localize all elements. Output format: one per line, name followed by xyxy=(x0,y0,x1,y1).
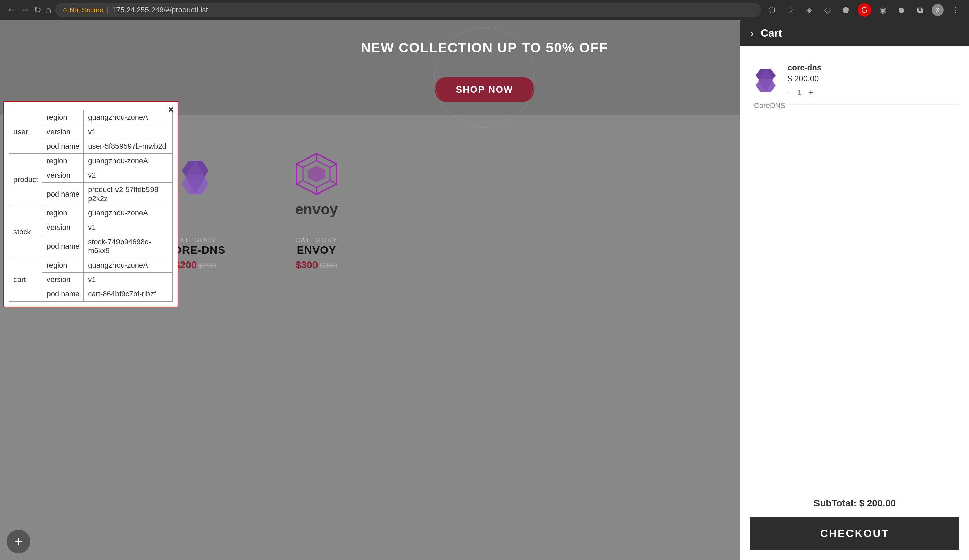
field-value: product-v2-57ffdb598-p2k2z xyxy=(84,183,173,206)
field-value: guangzhou-zoneA xyxy=(84,110,173,125)
field-label: version xyxy=(42,221,84,235)
cart-item-name: core-dns xyxy=(788,63,959,72)
dialog-close-button[interactable]: × xyxy=(168,104,174,115)
refresh-button[interactable]: ↻ xyxy=(34,5,42,15)
cast-icon[interactable]: ⬡ xyxy=(765,3,778,17)
product-orig-price-envoy: $300 xyxy=(320,261,337,270)
cart-sidebar: › Cart core-dns $ 200.00 xyxy=(740,20,969,560)
field-value: guangzhou-zoneA xyxy=(84,258,173,273)
section-label-user: user xyxy=(10,110,42,154)
field-label: pod name xyxy=(42,235,84,258)
table-row: stock region guangzhou-zoneA xyxy=(10,206,173,221)
extension1-icon[interactable]: ◈ xyxy=(802,3,816,17)
field-label: version xyxy=(42,168,84,183)
field-value: v1 xyxy=(84,221,173,235)
cart-footer: SubTotal: $ 200.00 CHECKOUT xyxy=(740,488,969,560)
coredns-label: CoreDNS xyxy=(751,101,959,110)
address-bar[interactable]: ⚠ Not Secure | 175.24.255.249/#/productL… xyxy=(55,3,761,17)
svg-line-17 xyxy=(296,164,303,167)
section-label-stock: stock xyxy=(10,206,42,258)
user-avatar[interactable]: X xyxy=(932,4,944,16)
section-label-product: product xyxy=(10,154,42,206)
increase-qty-button[interactable]: + xyxy=(808,87,814,98)
field-label: region xyxy=(42,154,84,168)
field-label: version xyxy=(42,125,84,139)
extension4-icon[interactable]: G xyxy=(857,3,871,17)
field-value: v2 xyxy=(84,168,173,183)
bookmark-icon[interactable]: ☆ xyxy=(784,3,797,17)
field-label: region xyxy=(42,110,84,125)
field-value: stock-749b94698c-m6kx9 xyxy=(84,235,173,258)
cart-item-price: $ 200.00 xyxy=(788,74,959,83)
field-value: v1 xyxy=(84,125,173,139)
section-label-cart: cart xyxy=(10,258,42,302)
product-category-envoy: CATEGORY xyxy=(295,236,338,244)
back-button[interactable]: ← xyxy=(7,5,16,15)
add-fab-button[interactable]: + xyxy=(7,530,30,553)
field-label: pod name xyxy=(42,287,84,302)
table-row: product region guangzhou-zoneA xyxy=(10,154,173,168)
cart-item-quantity-controls: - 1 + xyxy=(788,87,959,98)
cart-items: core-dns $ 200.00 - 1 + CoreDNS xyxy=(740,46,969,488)
field-value: user-5f859597b-mwb2d xyxy=(84,139,173,154)
svg-line-20 xyxy=(296,181,303,184)
cart-title: Cart xyxy=(761,27,782,39)
product-logo-envoy: envoy xyxy=(269,135,364,229)
url-display: 175.24.255.249/#/productList xyxy=(112,6,208,15)
puzzle-icon[interactable]: ⧉ xyxy=(913,3,927,17)
svg-line-19 xyxy=(330,181,337,184)
checkout-button[interactable]: CHECKOUT xyxy=(751,517,959,550)
field-label: pod name xyxy=(42,183,84,206)
svg-line-18 xyxy=(330,164,337,167)
table-row: cart region guangzhou-zoneA xyxy=(10,258,173,273)
product-name-envoy: ENVOY xyxy=(295,244,338,256)
record-icon[interactable]: ⏺ xyxy=(894,3,908,17)
product-orig-price-coredns: $200 xyxy=(198,261,216,270)
field-value: guangzhou-zoneA xyxy=(84,154,173,168)
field-value: guangzhou-zoneA xyxy=(84,206,173,221)
forward-button[interactable]: → xyxy=(20,5,30,15)
field-label: pod name xyxy=(42,139,84,154)
cart-item-image xyxy=(751,65,781,96)
field-value: cart-864bf9c7bf-rjbzf xyxy=(84,287,173,302)
info-table: user region guangzhou-zoneA version v1 p… xyxy=(9,110,173,302)
home-button[interactable]: ⌂ xyxy=(45,5,51,15)
field-label: region xyxy=(42,206,84,221)
extension5-icon[interactable]: ◉ xyxy=(876,3,889,17)
not-secure-label: Not Secure xyxy=(70,7,103,14)
table-row: user region guangzhou-zoneA xyxy=(10,110,173,125)
decrease-qty-button[interactable]: - xyxy=(788,87,791,98)
page-area: NEW COLLECTION UP TO 50% OFF SHOP NOW xyxy=(0,20,969,560)
cart-header: › Cart xyxy=(740,20,969,46)
cart-item-qty-value: 1 xyxy=(797,88,801,96)
field-label: region xyxy=(42,258,84,273)
product-info-envoy: CATEGORY ENVOY $300 $300 xyxy=(295,236,338,271)
field-label: version xyxy=(42,273,84,287)
cart-collapse-button[interactable]: › xyxy=(751,28,754,39)
cart-item-coredns: core-dns $ 200.00 - 1 + xyxy=(751,56,959,105)
product-card-envoy: envoy CATEGORY ENVOY $300 $300 xyxy=(269,135,364,271)
menu-icon[interactable]: ⋮ xyxy=(949,3,962,17)
cart-item-details: core-dns $ 200.00 - 1 + xyxy=(788,63,959,98)
browser-toolbar: ⬡ ☆ ◈ ◇ ⬟ G ◉ ⏺ ⧉ X ⋮ xyxy=(765,3,962,17)
not-secure-indicator: ⚠ Not Secure xyxy=(62,6,103,14)
coredns-product-label: CoreDNS xyxy=(754,101,786,110)
svg-text:envoy: envoy xyxy=(295,201,338,218)
product-price-envoy: $300 xyxy=(296,259,318,270)
subtotal-display: SubTotal: $ 200.00 xyxy=(751,498,959,509)
browser-chrome: ← → ↻ ⌂ ⚠ Not Secure | 175.24.255.249/#/… xyxy=(0,0,969,20)
info-dialog: × user region guangzhou-zoneA version v1… xyxy=(3,101,178,307)
field-value: v1 xyxy=(84,273,173,287)
extension2-icon[interactable]: ◇ xyxy=(821,3,834,17)
extension3-icon[interactable]: ⬟ xyxy=(839,3,852,17)
